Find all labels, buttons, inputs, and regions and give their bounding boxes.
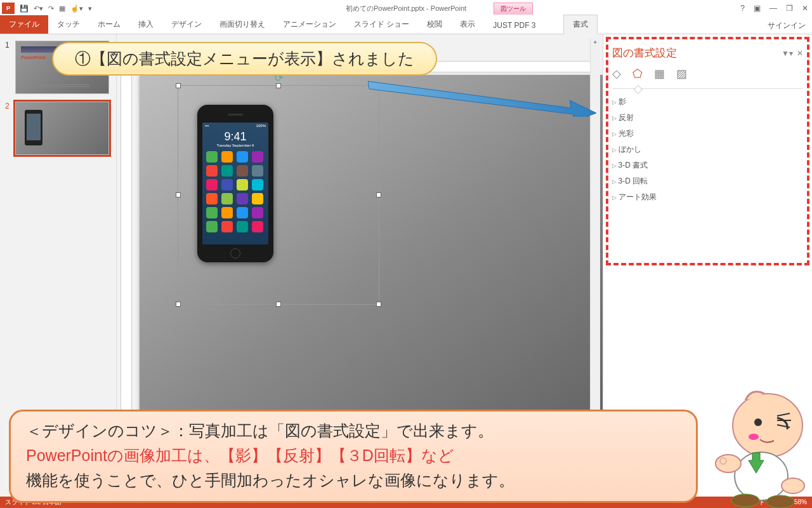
resize-handle[interactable] <box>176 302 181 307</box>
resize-handle[interactable] <box>376 302 381 307</box>
mascot-character-icon <box>685 381 812 508</box>
thumb1-logo: PowerPoint <box>21 55 46 60</box>
annotation-tip-box: ＜デザインのコツ＞：写真加工は「図の書式設定」で出来ます。 PowerPoint… <box>9 410 698 503</box>
tip-line-3: 機能を使うことで、ひと手間加わったオシャレな画像になります。 <box>26 470 681 491</box>
tab-design[interactable]: デザイン <box>162 15 211 34</box>
svg-point-7 <box>782 478 804 493</box>
quick-access-toolbar: 💾 ↶▾ ↷ ▦ ☝▾ ▾ <box>20 4 92 13</box>
thumb-number: 1 <box>5 41 15 94</box>
tab-review[interactable]: 校閲 <box>418 15 451 34</box>
annotation-arrow-icon <box>368 76 596 117</box>
start-slideshow-icon[interactable]: ▦ <box>59 4 65 13</box>
undo-icon[interactable]: ↶▾ <box>34 4 43 13</box>
app-badge-icon: P <box>2 3 15 14</box>
tab-view[interactable]: 表示 <box>451 15 484 34</box>
ribbon-options-icon[interactable]: ▣ <box>754 4 761 13</box>
svg-point-3 <box>749 434 759 440</box>
selected-picture[interactable]: ⟳ •••100% 9:41 Tuesday September 9 <box>178 85 379 305</box>
slide-thumbnail-2[interactable] <box>15 102 109 155</box>
title-bar: P 💾 ↶▾ ↷ ▦ ☝▾ ▾ 図ツール 初めてのPowerPoint.pptx… <box>0 0 812 17</box>
redo-icon[interactable]: ↷ <box>48 4 54 13</box>
tab-home[interactable]: ホーム <box>89 15 129 34</box>
tab-animations[interactable]: アニメーション <box>274 15 345 34</box>
close-icon[interactable]: ✕ <box>802 4 808 13</box>
tab-file[interactable]: ファイル <box>0 15 48 34</box>
tip-line-1: ＜デザインのコツ＞：写真加工は「図の書式設定」で出来ます。 <box>26 420 681 441</box>
ribbon-tabs: ファイル タッチ ホーム 挿入 デザイン 画面切り替え アニメーション スライド… <box>0 17 812 34</box>
svg-point-8 <box>731 494 759 507</box>
resize-handle[interactable] <box>176 83 181 88</box>
slide-canvas[interactable]: ⟳ •••100% 9:41 Tuesday September 9 <box>140 75 603 411</box>
thumb-number: 2 <box>5 102 15 155</box>
phone-home-button-icon <box>230 248 240 258</box>
scroll-up-icon[interactable]: ▴ <box>591 38 600 48</box>
svg-point-5 <box>716 455 741 472</box>
resize-handle[interactable] <box>376 192 381 197</box>
contextual-tab-label: 図ツール <box>494 3 533 15</box>
resize-handle[interactable] <box>276 302 281 307</box>
tab-insert[interactable]: 挿入 <box>129 15 162 34</box>
phone-image: •••100% 9:41 Tuesday September 9 <box>197 105 273 262</box>
tab-transitions[interactable]: 画面切り替え <box>211 15 274 34</box>
svg-marker-0 <box>368 81 596 117</box>
save-icon[interactable]: 💾 <box>20 4 29 13</box>
annotation-highlight-box <box>606 37 809 265</box>
window-title: 初めてのPowerPoint.pptx - PowerPoint <box>346 4 466 13</box>
resize-handle[interactable] <box>276 83 281 88</box>
sign-in-link[interactable]: サインイン <box>768 20 806 31</box>
qat-more-icon[interactable]: ▾ <box>88 4 92 13</box>
phone-clock: 9:41 <box>202 130 268 144</box>
help-icon[interactable]: ? <box>740 4 745 13</box>
svg-point-2 <box>754 418 762 426</box>
tab-touch[interactable]: タッチ <box>48 15 89 34</box>
resize-handle[interactable] <box>176 192 181 197</box>
tab-picture-format[interactable]: 書式 <box>563 15 598 34</box>
tab-justpdf[interactable]: JUST PDF 3 <box>484 17 544 34</box>
svg-point-1 <box>733 394 802 457</box>
tip-line-2: PowerPointの画像加工は、【影】【反射】【３D回転】など <box>26 445 681 466</box>
svg-point-9 <box>766 495 794 508</box>
touch-mode-icon[interactable]: ☝▾ <box>70 4 83 13</box>
minimize-icon[interactable]: — <box>769 4 777 13</box>
annotation-callout-1: ①【図の書式設定メニューが表示】されました <box>52 42 437 76</box>
svg-point-4 <box>735 452 788 500</box>
svg-point-6 <box>720 458 726 464</box>
tab-slideshow[interactable]: スライド ショー <box>345 15 418 34</box>
maximize-icon[interactable]: ❐ <box>786 4 793 13</box>
